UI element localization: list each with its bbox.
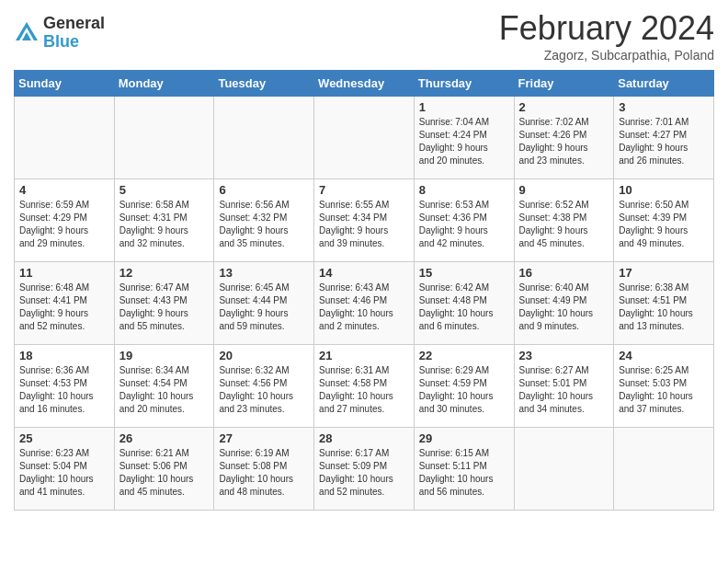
day-number: 12 bbox=[119, 266, 210, 280]
header-cell-friday: Friday bbox=[514, 71, 614, 97]
day-info: Sunrise: 6:38 AM Sunset: 4:51 PM Dayligh… bbox=[619, 282, 709, 333]
calendar-week-3: 18Sunrise: 6:36 AM Sunset: 4:53 PM Dayli… bbox=[15, 345, 714, 428]
calendar-cell bbox=[614, 428, 714, 511]
day-info: Sunrise: 6:19 AM Sunset: 5:08 PM Dayligh… bbox=[219, 447, 309, 499]
calendar-cell: 24Sunrise: 6:25 AM Sunset: 5:03 PM Dayli… bbox=[614, 345, 714, 428]
day-number: 15 bbox=[419, 266, 509, 280]
calendar-cell: 21Sunrise: 6:31 AM Sunset: 4:58 PM Dayli… bbox=[314, 345, 415, 428]
calendar-cell: 29Sunrise: 6:15 AM Sunset: 5:11 PM Dayli… bbox=[414, 428, 514, 511]
day-info: Sunrise: 6:56 AM Sunset: 4:32 PM Dayligh… bbox=[219, 199, 309, 250]
day-info: Sunrise: 6:21 AM Sunset: 5:06 PM Dayligh… bbox=[119, 447, 210, 499]
calendar-cell: 12Sunrise: 6:47 AM Sunset: 4:43 PM Dayli… bbox=[114, 262, 214, 345]
logo-text: General Blue bbox=[43, 15, 105, 52]
day-info: Sunrise: 6:34 AM Sunset: 4:54 PM Dayligh… bbox=[119, 364, 210, 416]
day-info: Sunrise: 6:50 AM Sunset: 4:39 PM Dayligh… bbox=[619, 199, 709, 250]
day-info: Sunrise: 6:59 AM Sunset: 4:29 PM Dayligh… bbox=[19, 199, 109, 250]
calendar-week-1: 4Sunrise: 6:59 AM Sunset: 4:29 PM Daylig… bbox=[15, 179, 714, 262]
calendar-cell: 22Sunrise: 6:29 AM Sunset: 4:59 PM Dayli… bbox=[414, 345, 514, 428]
calendar-cell: 27Sunrise: 6:19 AM Sunset: 5:08 PM Dayli… bbox=[214, 428, 314, 511]
day-info: Sunrise: 6:27 AM Sunset: 5:01 PM Dayligh… bbox=[519, 364, 609, 416]
calendar-cell: 8Sunrise: 6:53 AM Sunset: 4:36 PM Daylig… bbox=[414, 179, 514, 262]
calendar-cell: 13Sunrise: 6:45 AM Sunset: 4:44 PM Dayli… bbox=[214, 262, 314, 345]
calendar-cell: 4Sunrise: 6:59 AM Sunset: 4:29 PM Daylig… bbox=[15, 179, 115, 262]
day-info: Sunrise: 6:43 AM Sunset: 4:46 PM Dayligh… bbox=[319, 282, 409, 333]
day-info: Sunrise: 6:40 AM Sunset: 4:49 PM Dayligh… bbox=[519, 282, 609, 333]
day-number: 29 bbox=[419, 431, 509, 445]
calendar-cell: 15Sunrise: 6:42 AM Sunset: 4:48 PM Dayli… bbox=[414, 262, 514, 345]
day-number: 3 bbox=[619, 100, 709, 114]
day-number: 20 bbox=[219, 349, 309, 362]
day-number: 8 bbox=[419, 183, 509, 197]
day-number: 13 bbox=[219, 266, 309, 280]
day-info: Sunrise: 6:48 AM Sunset: 4:41 PM Dayligh… bbox=[19, 282, 109, 333]
calendar-cell: 11Sunrise: 6:48 AM Sunset: 4:41 PM Dayli… bbox=[15, 262, 115, 345]
calendar-cell: 18Sunrise: 6:36 AM Sunset: 4:53 PM Dayli… bbox=[15, 345, 115, 428]
day-number: 18 bbox=[19, 349, 109, 362]
day-number: 28 bbox=[319, 431, 409, 445]
calendar-cell: 7Sunrise: 6:55 AM Sunset: 4:34 PM Daylig… bbox=[314, 179, 415, 262]
calendar-header: SundayMondayTuesdayWednesdayThursdayFrid… bbox=[15, 71, 714, 97]
day-info: Sunrise: 7:01 AM Sunset: 4:27 PM Dayligh… bbox=[619, 116, 709, 167]
day-number: 16 bbox=[519, 266, 609, 280]
day-info: Sunrise: 6:32 AM Sunset: 4:56 PM Dayligh… bbox=[219, 364, 309, 416]
day-info: Sunrise: 7:04 AM Sunset: 4:24 PM Dayligh… bbox=[419, 116, 509, 167]
calendar-cell: 17Sunrise: 6:38 AM Sunset: 4:51 PM Dayli… bbox=[614, 262, 714, 345]
calendar-table: SundayMondayTuesdayWednesdayThursdayFrid… bbox=[14, 70, 714, 511]
day-number: 14 bbox=[319, 266, 409, 280]
header-cell-monday: Monday bbox=[114, 71, 214, 97]
day-info: Sunrise: 6:58 AM Sunset: 4:31 PM Dayligh… bbox=[119, 199, 210, 250]
calendar-cell: 16Sunrise: 6:40 AM Sunset: 4:49 PM Dayli… bbox=[514, 262, 614, 345]
calendar-cell: 1Sunrise: 7:04 AM Sunset: 4:24 PM Daylig… bbox=[414, 97, 514, 179]
day-number: 9 bbox=[519, 183, 609, 197]
calendar-cell: 23Sunrise: 6:27 AM Sunset: 5:01 PM Dayli… bbox=[514, 345, 614, 428]
calendar-cell bbox=[314, 97, 415, 179]
logo: General Blue bbox=[14, 15, 105, 52]
day-number: 10 bbox=[619, 183, 709, 197]
day-info: Sunrise: 6:47 AM Sunset: 4:43 PM Dayligh… bbox=[119, 282, 210, 333]
day-info: Sunrise: 6:45 AM Sunset: 4:44 PM Dayligh… bbox=[219, 282, 309, 333]
calendar-cell: 26Sunrise: 6:21 AM Sunset: 5:06 PM Dayli… bbox=[114, 428, 214, 511]
day-info: Sunrise: 6:29 AM Sunset: 4:59 PM Dayligh… bbox=[419, 364, 509, 416]
day-number: 24 bbox=[619, 349, 709, 362]
calendar-cell: 3Sunrise: 7:01 AM Sunset: 4:27 PM Daylig… bbox=[614, 97, 714, 179]
calendar-cell: 9Sunrise: 6:52 AM Sunset: 4:38 PM Daylig… bbox=[514, 179, 614, 262]
calendar-cell: 25Sunrise: 6:23 AM Sunset: 5:04 PM Dayli… bbox=[15, 428, 115, 511]
calendar-cell: 14Sunrise: 6:43 AM Sunset: 4:46 PM Dayli… bbox=[314, 262, 415, 345]
header-cell-sunday: Sunday bbox=[15, 71, 115, 97]
header-cell-tuesday: Tuesday bbox=[214, 71, 314, 97]
day-number: 26 bbox=[119, 431, 210, 445]
calendar-cell: 2Sunrise: 7:02 AM Sunset: 4:26 PM Daylig… bbox=[514, 97, 614, 179]
calendar-cell bbox=[214, 97, 314, 179]
day-info: Sunrise: 6:52 AM Sunset: 4:38 PM Dayligh… bbox=[519, 199, 609, 250]
header-cell-wednesday: Wednesday bbox=[314, 71, 415, 97]
day-number: 6 bbox=[219, 183, 309, 197]
calendar-week-0: 1Sunrise: 7:04 AM Sunset: 4:24 PM Daylig… bbox=[15, 97, 714, 179]
calendar-week-2: 11Sunrise: 6:48 AM Sunset: 4:41 PM Dayli… bbox=[15, 262, 714, 345]
calendar-cell: 6Sunrise: 6:56 AM Sunset: 4:32 PM Daylig… bbox=[214, 179, 314, 262]
day-number: 17 bbox=[619, 266, 709, 280]
calendar-cell: 5Sunrise: 6:58 AM Sunset: 4:31 PM Daylig… bbox=[114, 179, 214, 262]
header-cell-thursday: Thursday bbox=[414, 71, 514, 97]
calendar-cell: 28Sunrise: 6:17 AM Sunset: 5:09 PM Dayli… bbox=[314, 428, 415, 511]
calendar-cell: 10Sunrise: 6:50 AM Sunset: 4:39 PM Dayli… bbox=[614, 179, 714, 262]
logo-general: General bbox=[43, 15, 105, 33]
day-info: Sunrise: 6:23 AM Sunset: 5:04 PM Dayligh… bbox=[19, 447, 109, 499]
calendar-cell bbox=[15, 97, 115, 179]
day-info: Sunrise: 6:25 AM Sunset: 5:03 PM Dayligh… bbox=[619, 364, 709, 416]
day-number: 4 bbox=[19, 183, 109, 197]
day-info: Sunrise: 6:36 AM Sunset: 4:53 PM Dayligh… bbox=[19, 364, 109, 416]
day-number: 27 bbox=[219, 431, 309, 445]
month-title: February 2024 bbox=[499, 9, 714, 48]
day-number: 11 bbox=[19, 266, 109, 280]
day-info: Sunrise: 6:53 AM Sunset: 4:36 PM Dayligh… bbox=[419, 199, 509, 250]
calendar-cell bbox=[114, 97, 214, 179]
day-info: Sunrise: 6:17 AM Sunset: 5:09 PM Dayligh… bbox=[319, 447, 409, 499]
calendar-cell: 19Sunrise: 6:34 AM Sunset: 4:54 PM Dayli… bbox=[114, 345, 214, 428]
location-subtitle: Zagorz, Subcarpathia, Poland bbox=[499, 48, 714, 63]
day-number: 1 bbox=[419, 100, 509, 114]
day-info: Sunrise: 6:42 AM Sunset: 4:48 PM Dayligh… bbox=[419, 282, 509, 333]
calendar-cell bbox=[514, 428, 614, 511]
page-header: General Blue February 2024 Zagorz, Subca… bbox=[14, 9, 714, 63]
day-number: 23 bbox=[519, 349, 609, 362]
calendar-cell: 20Sunrise: 6:32 AM Sunset: 4:56 PM Dayli… bbox=[214, 345, 314, 428]
